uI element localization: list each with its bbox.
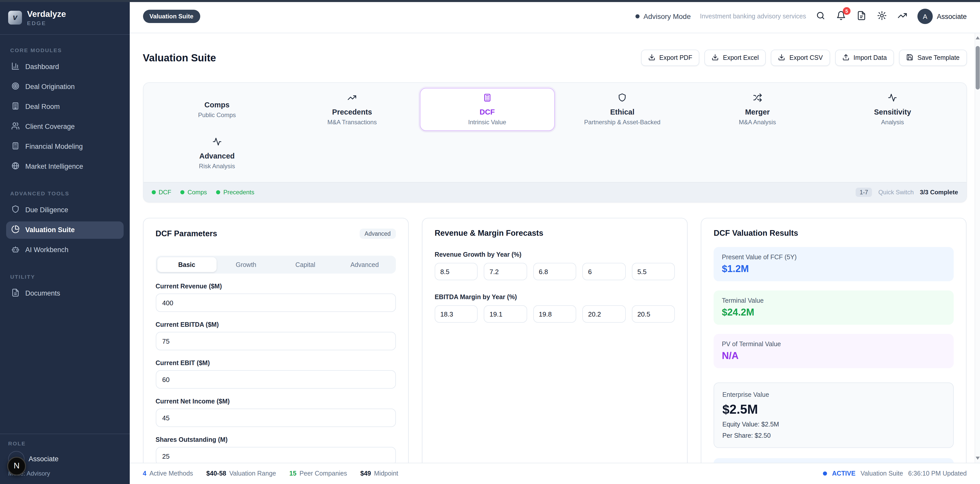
mode-description: Investment banking advisory services bbox=[700, 13, 806, 20]
revenue-growth-inputs bbox=[435, 263, 675, 280]
import-data-button[interactable]: Import Data bbox=[835, 50, 894, 66]
sidebar-section-utility: UTILITY Documents bbox=[0, 273, 129, 305]
complete-method-precedents: Precedents bbox=[216, 189, 254, 196]
tab-advanced[interactable]: Advanced bbox=[335, 257, 394, 272]
method-subtitle: Risk Analysis bbox=[199, 163, 235, 170]
result-value: $1.2M bbox=[722, 264, 946, 275]
result-pv-terminal-value: PV of Terminal Value N/A bbox=[714, 334, 954, 368]
sidebar-item-ai-workbench[interactable]: AI Workbench bbox=[6, 241, 123, 259]
method-tile-precedents[interactable]: Precedents M&A Transactions bbox=[285, 88, 420, 131]
sidebar-item-market-intelligence[interactable]: Market Intelligence bbox=[6, 158, 123, 176]
scroll-down-arrow-icon[interactable] bbox=[975, 455, 980, 461]
method-subtitle: Partnership & Asset-Backed bbox=[584, 119, 660, 126]
search-button[interactable] bbox=[815, 11, 827, 22]
role-name: Associate bbox=[29, 455, 59, 463]
method-subtitle: Intrinsic Value bbox=[468, 119, 506, 126]
field-label: Current Net Income ($M) bbox=[156, 398, 396, 405]
sidebar-item-valuation-suite[interactable]: Valuation Suite bbox=[6, 221, 123, 239]
role-mode: Mode: Advisory bbox=[8, 470, 121, 477]
gear-icon bbox=[877, 14, 887, 22]
method-tile-sensitivity[interactable]: Sensitivity Analysis bbox=[825, 88, 960, 131]
method-title: Precedents bbox=[332, 108, 372, 116]
pie-chart-icon bbox=[11, 225, 20, 235]
method-tile-merger[interactable]: Merger M&A Analysis bbox=[690, 88, 825, 131]
ebitda-margin-label: EBITDA Margin by Year (%) bbox=[435, 294, 675, 301]
method-title: Merger bbox=[745, 108, 770, 116]
brand-name: Verdalyze bbox=[27, 9, 66, 19]
save-template-button[interactable]: Save Template bbox=[899, 50, 967, 66]
user-menu[interactable]: A Associate bbox=[918, 9, 967, 24]
current-ebitda-input[interactable] bbox=[156, 332, 396, 350]
button-label: Export CSV bbox=[789, 54, 823, 61]
export-excel-button[interactable]: Export Excel bbox=[705, 50, 766, 66]
footer-module: Valuation Suite bbox=[861, 470, 903, 477]
export-csv-button[interactable]: Export CSV bbox=[771, 50, 830, 66]
documents-button[interactable] bbox=[856, 11, 867, 22]
margin-year-2-input[interactable] bbox=[484, 305, 527, 323]
current-revenue-input[interactable] bbox=[156, 294, 396, 312]
current-net-income-input[interactable] bbox=[156, 409, 396, 427]
method-tile-comps[interactable]: Comps Public Comps bbox=[150, 88, 285, 131]
tab-growth[interactable]: Growth bbox=[216, 257, 275, 272]
tab-basic[interactable]: Basic bbox=[157, 257, 216, 272]
brand-edition: EDGE bbox=[27, 20, 66, 26]
vertical-scrollbar[interactable] bbox=[974, 33, 980, 463]
sidebar-item-client-coverage[interactable]: Client Coverage bbox=[6, 118, 123, 136]
settings-button[interactable] bbox=[877, 11, 888, 22]
analytics-button[interactable] bbox=[897, 11, 908, 22]
margin-year-3-input[interactable] bbox=[533, 305, 576, 323]
sidebar-item-deal-origination[interactable]: Deal Origination bbox=[6, 78, 123, 96]
file-text-icon bbox=[11, 288, 20, 299]
result-label: Enterprise Value bbox=[722, 391, 945, 398]
method-subtitle: M&A Transactions bbox=[328, 119, 377, 126]
footer-updated: 6:36:10 PM Updated bbox=[908, 470, 967, 477]
sidebar-item-documents[interactable]: Documents bbox=[6, 285, 123, 302]
active-dot-icon bbox=[823, 471, 827, 476]
method-tile-dcf[interactable]: DCF Intrinsic Value bbox=[420, 88, 555, 131]
field-label: Shares Outstanding (M) bbox=[156, 436, 396, 443]
growth-year-5-input[interactable] bbox=[632, 263, 675, 280]
growth-year-2-input[interactable] bbox=[484, 263, 527, 280]
sidebar-item-deal-room[interactable]: Deal Room bbox=[6, 98, 123, 115]
role-label: ROLE bbox=[8, 440, 121, 446]
method-title: Advanced bbox=[199, 152, 235, 160]
footer-status: ACTIVE Valuation Suite 6:36:10 PM Update… bbox=[823, 470, 967, 477]
tab-capital[interactable]: Capital bbox=[275, 257, 335, 272]
card-title: Revenue & Margin Forecasts bbox=[435, 228, 675, 238]
sidebar-item-financial-modeling[interactable]: Financial Modeling bbox=[6, 138, 123, 155]
mode-dot bbox=[635, 14, 639, 18]
nextjs-dev-badge[interactable]: N bbox=[7, 456, 26, 475]
shares-outstanding-input[interactable] bbox=[156, 447, 396, 463]
dcf-parameters-card: DCF Parameters Advanced Basic Growth Cap… bbox=[143, 218, 409, 463]
current-ebit-input[interactable] bbox=[156, 370, 396, 389]
save-icon bbox=[906, 53, 913, 62]
trending-up-icon bbox=[898, 14, 907, 22]
margin-year-4-input[interactable] bbox=[582, 305, 625, 323]
sidebar-item-label: Documents bbox=[25, 290, 60, 297]
range-badge: 1-7 bbox=[856, 188, 872, 197]
trending-up-icon bbox=[348, 93, 357, 108]
method-tile-ethical[interactable]: Ethical Partnership & Asset-Backed bbox=[555, 88, 690, 131]
per-share-value: Per Share: $2.50 bbox=[722, 432, 945, 439]
sidebar-item-label: Client Coverage bbox=[25, 123, 75, 131]
top-header: Valuation Suite Advisory Mode Investment… bbox=[129, 0, 980, 33]
method-subtitle: M&A Analysis bbox=[739, 119, 776, 126]
growth-year-1-input[interactable] bbox=[435, 263, 478, 280]
scrollbar-thumb[interactable] bbox=[976, 46, 980, 89]
notifications-button[interactable]: 5 bbox=[836, 11, 847, 22]
sidebar-item-due-diligence[interactable]: Due Diligence bbox=[6, 201, 123, 219]
avatar: A bbox=[918, 9, 933, 24]
globe-icon bbox=[11, 161, 20, 172]
valuation-method-selector: Comps Public Comps Precedents M&A Transa… bbox=[143, 82, 967, 203]
margin-year-5-input[interactable] bbox=[632, 305, 675, 323]
growth-year-3-input[interactable] bbox=[533, 263, 576, 280]
scroll-up-arrow-icon[interactable] bbox=[975, 35, 980, 41]
sidebar-item-dashboard[interactable]: Dashboard bbox=[6, 58, 123, 76]
growth-year-4-input[interactable] bbox=[582, 263, 625, 280]
margin-year-1-input[interactable] bbox=[435, 305, 478, 323]
method-subtitle: Public Comps bbox=[198, 111, 236, 118]
active-label: ACTIVE bbox=[832, 470, 856, 477]
brand-logo-icon: v bbox=[8, 11, 22, 24]
method-tile-advanced[interactable]: Advanced Risk Analysis bbox=[150, 132, 285, 175]
export-pdf-button[interactable]: Export PDF bbox=[641, 50, 699, 66]
